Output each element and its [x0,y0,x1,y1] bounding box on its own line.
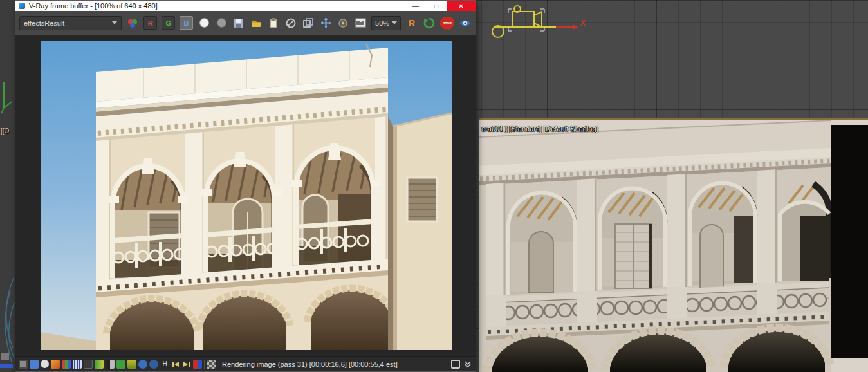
exposure-icon[interactable] [51,360,60,369]
stop-render-button[interactable]: STOP [440,17,454,30]
color-balance-icon[interactable] [62,360,71,369]
region-render-label: R [409,18,415,28]
camera-gizmo[interactable]: X [479,1,595,48]
clay-render [479,120,868,372]
load-image-button[interactable] [250,17,263,30]
vfb-statusbar: H Rendering image (pass 31) [00:00:16,6]… [15,356,476,371]
minimize-button[interactable]: — [405,1,426,11]
channel-select-value: effectsResult [24,19,64,27]
x-axis-label: X [580,19,586,28]
lut-icon[interactable] [127,360,136,369]
pixel-probe-icon[interactable] [337,17,349,30]
render-status-text: Rendering image (pass 31) [00:00:16,6] [… [222,360,398,368]
detach-panel-icon[interactable] [451,360,460,369]
stop-label: STOP [443,21,452,25]
save-image-button[interactable] [232,17,245,30]
vray-frame-buffer-window: V-Ray frame buffer - [100% of 640 x 480]… [15,0,476,372]
ab-compare-icon[interactable] [193,360,202,369]
copy-to-clipboard-button[interactable] [267,17,280,30]
red-channel-button[interactable]: R [143,16,157,30]
info-icon[interactable] [41,360,49,368]
vfb-toolbar: effectsResult R G B [15,11,476,35]
chevron-down-icon [392,21,397,24]
hue-saturation-icon[interactable] [95,360,104,369]
stamp-icon[interactable] [354,17,367,30]
green-swatch-icon[interactable] [116,360,125,369]
history-next-button[interactable] [182,360,191,369]
left-viewport-edge: ][O [0,0,15,372]
curves-icon[interactable] [84,360,93,369]
axis-tripod-icon [1,82,12,113]
vray-eye-icon[interactable] [459,17,472,30]
ocio-icon[interactable] [138,360,147,369]
zoom-level-select[interactable]: 50% [371,16,401,30]
desktop-3dsmax: X ][O [0,0,868,372]
blue-channel-button[interactable]: B [180,16,193,30]
icc-profile-icon[interactable] [149,360,158,369]
rgb-channels-icon[interactable] [126,17,139,30]
collapse-chevrons-icon[interactable] [463,360,472,369]
separator [204,360,205,369]
monochrome-channel-button[interactable] [198,17,210,30]
rendered-image[interactable] [41,41,452,350]
clear-image-button[interactable] [284,17,297,30]
close-button[interactable]: ✕ [447,1,476,11]
maximize-button[interactable]: □ [426,1,447,11]
chevron-down-icon [112,21,117,24]
background-checker-toggle[interactable] [207,360,216,369]
track-mouse-icon[interactable] [319,17,332,30]
history-button[interactable]: H [160,360,169,369]
viewport-label[interactable]: era001 ] [Standard] [Default Shading] [481,125,598,133]
region-render-button[interactable]: R [405,17,418,30]
wireframe-curves [5,277,14,362]
alpha-channel-button[interactable] [215,17,228,30]
zoom-level-value: 50% [375,19,389,27]
vfb-titlebar[interactable]: V-Ray frame buffer - [100% of 640 x 480]… [15,1,476,11]
pixel-aspect-icon[interactable] [30,360,39,369]
history-prev-button[interactable] [171,360,180,369]
left-viewport-label: ][O [1,127,9,135]
vray-window-icon [19,3,25,9]
green-channel-button[interactable]: G [162,16,175,30]
channel-select-dropdown[interactable]: effectsResult [19,16,122,30]
display-settings-icon[interactable] [19,360,28,369]
window-title: V-Ray frame buffer - [100% of 640 x 480] [29,1,158,11]
shaded-viewport[interactable]: era001 ] [Standard] [Default Shading] [479,118,868,372]
duplicate-buffer-button[interactable] [302,17,315,30]
vfb-canvas-area[interactable] [15,35,476,356]
contrast-icon[interactable] [106,360,115,369]
levels-icon[interactable] [73,360,82,369]
render-last-button[interactable] [423,17,436,30]
